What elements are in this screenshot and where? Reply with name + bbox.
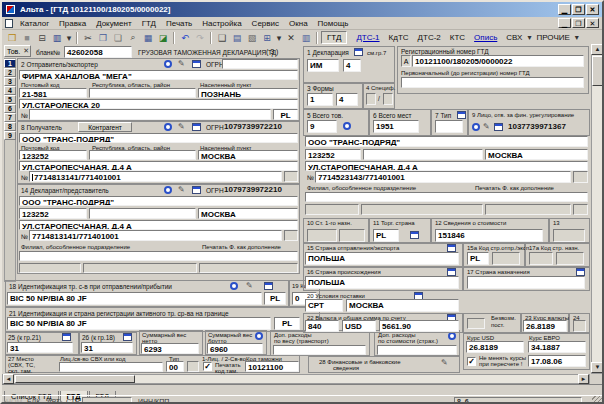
dest-country-field[interactable] <box>467 276 585 289</box>
type7-field[interactable] <box>435 120 463 133</box>
delete-button[interactable]: ✕ <box>284 31 298 44</box>
value-info-field[interactable]: 151846 <box>435 229 543 242</box>
cell24-box[interactable] <box>573 320 586 332</box>
g26-field[interactable]: 31 <box>81 342 133 353</box>
vertical-scroll-thumb[interactable] <box>592 56 603 86</box>
gross-weight-field[interactable]: 6960 <box>207 343 263 354</box>
save-dropdown-icon[interactable]: ▾ <box>65 31 73 44</box>
fin-person-inn-field[interactable]: 7714523143/771401001 <box>315 171 571 183</box>
license-field[interactable] <box>59 362 163 372</box>
tab-gtd[interactable]: ГТД <box>321 31 347 44</box>
sender-lookup-icon[interactable] <box>164 60 172 68</box>
exchange-rate-field[interactable]: 26.8189 <box>523 320 567 332</box>
transport18-lookup-icon[interactable] <box>230 282 238 290</box>
total-goods-lookup-icon[interactable] <box>343 122 351 130</box>
stamp-button[interactable]: ▧ <box>245 31 259 44</box>
tab-opis[interactable]: Опись <box>474 33 497 42</box>
receiver-inn-field[interactable]: 7714813141/771401001 <box>29 171 282 182</box>
dispatch-code-field[interactable]: PL <box>467 252 489 265</box>
forms-field-2[interactable]: 4 <box>336 93 358 106</box>
spec-box-1[interactable] <box>366 93 376 105</box>
sender-country-field[interactable]: PL <box>273 109 298 120</box>
declarant-inn-extra-box[interactable] <box>284 230 298 241</box>
fin-person-extra-box-3[interactable] <box>485 204 571 215</box>
delivery-terms-code-field[interactable]: СРТ <box>305 299 343 312</box>
goods-item-8[interactable]: 8 <box>4 122 16 131</box>
sender-edit-icon[interactable]: ✎ <box>178 60 185 68</box>
extra-value-costs-field[interactable] <box>377 345 457 355</box>
trade-country-field[interactable]: PL <box>373 229 399 242</box>
child-minimize-button[interactable]: ▁ <box>558 18 571 28</box>
declarant-filial-field[interactable] <box>19 251 298 261</box>
copy-button[interactable]: ❐ <box>96 31 110 44</box>
menu-katalog[interactable]: Каталог <box>15 17 54 30</box>
tab-kdts[interactable]: КдТС <box>389 33 409 42</box>
dispatch-code-extra-box[interactable] <box>492 252 520 265</box>
g26-window-icon[interactable] <box>123 333 132 341</box>
sender-region-field[interactable] <box>89 88 196 98</box>
transport21-field[interactable]: BIC 50 NP/BIA 80 JF <box>7 317 271 330</box>
tab-kts[interactable]: КТС <box>450 33 465 42</box>
currency-abbr-field[interactable]: USD <box>342 320 376 332</box>
sender-street-field[interactable]: УЛ.СТАРОЛЕСКА 20 <box>19 99 298 109</box>
table-button[interactable]: ▦ <box>141 31 155 44</box>
sender-postal-field[interactable]: 21-581 <box>19 88 87 98</box>
tab-dts1[interactable]: ДТС-1 <box>356 33 379 42</box>
first-dest-box-1[interactable] <box>307 229 337 242</box>
find-button[interactable]: ⌕ <box>126 31 140 44</box>
dispatch-country-window-icon[interactable] <box>447 244 456 252</box>
goods-item-2[interactable]: 2 <box>4 68 16 77</box>
fin-person-lookup-icon[interactable] <box>472 123 480 131</box>
sender-name-field[interactable]: ФИРМА ХАНДЛОВА "МЕГА" <box>19 70 298 80</box>
maximize-button[interactable]: ❐ <box>572 4 585 15</box>
declarant-inn-field[interactable]: 7714813141/771401001 <box>29 230 282 241</box>
transport18-edit-icon[interactable]: ✎ <box>246 282 253 290</box>
declaration-direction-field[interactable]: ИМ <box>307 59 339 72</box>
free-of-charge-box[interactable] <box>467 318 485 329</box>
tab-dts2[interactable]: ДТС-2 <box>418 33 441 42</box>
cell13-box[interactable] <box>553 229 585 242</box>
scroll-up-button[interactable]: ▲ <box>591 44 604 55</box>
currency-amount-field[interactable]: 5661.90 <box>379 320 459 332</box>
total-places-field[interactable]: 1951 <box>373 120 419 133</box>
declarant-region-field[interactable] <box>89 208 196 219</box>
sender-ogrn-field[interactable] <box>222 59 298 69</box>
sender-city-field[interactable]: ПОЗНАНЬ <box>198 88 298 98</box>
print-button[interactable]: ⊟ <box>35 31 49 44</box>
svh-dropdown-icon[interactable]: ▾ <box>527 33 531 42</box>
menu-gtd[interactable]: ГТД <box>137 17 161 30</box>
open-button[interactable]: ❒ <box>5 31 19 44</box>
goods-item-6[interactable]: 6 <box>4 104 16 113</box>
mark-button[interactable]: ◪ <box>156 31 170 44</box>
declaration-code-field[interactable]: 4 <box>343 59 361 72</box>
goods-pane-close-icon[interactable]: ✕ <box>23 47 29 55</box>
fin-person-edit-icon[interactable]: ✎ <box>483 123 490 131</box>
extra-value-costs-lookup-icon[interactable] <box>448 332 456 340</box>
fin-person-extra-box-2[interactable] <box>361 204 483 215</box>
vertical-scrollbar[interactable] <box>591 44 604 374</box>
fin-person-extra-box-4[interactable] <box>573 204 588 215</box>
declarant-city-field[interactable]: МОСКВА <box>198 208 298 219</box>
type7-window-icon[interactable] <box>457 111 466 119</box>
declarant-name-field[interactable]: ООО "ТРАНС-ПОДРЯД" <box>19 196 298 206</box>
print-customs-code-checkbox[interactable]: ✓ <box>203 362 212 371</box>
blank-number-field[interactable]: 42602058 <box>64 46 132 58</box>
declarant-postal-field[interactable]: 123252 <box>19 208 87 219</box>
delivery-terms-place-field[interactable]: МОСКВА <box>346 299 459 312</box>
fin-person-street-field[interactable]: УЛ.СТАРОПЕСЧАНАЯ, Д.4 А <box>305 161 588 171</box>
receiver-inn-extra-box[interactable] <box>284 171 298 182</box>
receiver-edit-icon[interactable]: ✎ <box>178 123 185 131</box>
menu-okna[interactable]: Окна <box>284 17 313 30</box>
tip-field[interactable]: 00 <box>166 361 184 372</box>
menu-nastroika[interactable]: Настройка <box>197 17 246 30</box>
customs-code-field[interactable]: 10121100 <box>245 361 299 372</box>
tab-prochie[interactable]: ПРОЧИЕ <box>536 33 569 42</box>
sender-inn-field[interactable] <box>29 109 271 120</box>
save-button[interactable]: ▥ <box>50 31 64 44</box>
gross-weight-lookup-icon[interactable] <box>255 332 263 340</box>
menu-pechat[interactable]: Печать <box>161 17 197 30</box>
first-dest-box-2[interactable] <box>339 229 365 242</box>
menu-pravka[interactable]: Правка <box>54 17 91 30</box>
goods-item-4[interactable]: 4 <box>4 86 16 95</box>
declarant-extra-box-3[interactable] <box>199 263 298 273</box>
